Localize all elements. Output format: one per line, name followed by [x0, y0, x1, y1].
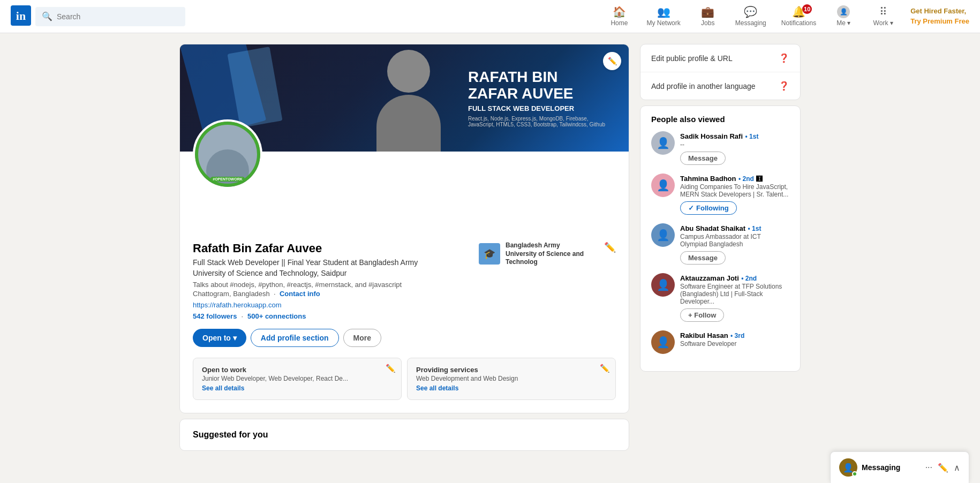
- online-status-indicator: [852, 471, 857, 477]
- network-icon: 👥: [657, 5, 670, 18]
- opentowork-ring: #OPENTOWORK: [195, 122, 260, 187]
- person-degree-sadik: • 1st: [745, 133, 759, 140]
- premium-line2[interactable]: Try Premium Free: [910, 17, 969, 25]
- person-name-aktauzzaman: Aktauzzaman Joti: [680, 274, 739, 282]
- suggested-section-title: Suggested for you: [193, 430, 616, 440]
- edit-public-profile-link[interactable]: Edit public profile & URL ❓: [640, 44, 800, 72]
- work-icon: ⠿: [879, 5, 887, 18]
- messaging-more-button[interactable]: ···: [925, 463, 932, 473]
- banner-title: FULL STACK WEB DEVELOPER: [468, 104, 607, 112]
- add-profile-language-label: Add profile in another language: [651, 82, 756, 90]
- home-icon: 🏠: [613, 5, 626, 18]
- profile-avatar[interactable]: #OPENTOWORK: [193, 119, 262, 189]
- person-item-sadik: 👤 Sadik Hossain Rafi • 1st -- Message: [651, 131, 789, 165]
- edit-public-profile-label: Edit public profile & URL: [651, 54, 733, 63]
- messaging-actions: ··· ✏️ ∧: [925, 463, 960, 473]
- more-button[interactable]: More: [343, 329, 381, 347]
- suggested-section: Suggested for you: [179, 419, 629, 451]
- notification-badge: 10: [802, 4, 812, 14]
- messaging-bar[interactable]: 👤 Messaging ··· ✏️ ∧: [830, 451, 969, 483]
- open-to-work-card-link[interactable]: See all details: [202, 384, 393, 392]
- banner-person-image: [368, 50, 449, 152]
- premium-cta[interactable]: Get Hired Faster, Try Premium Free: [910, 6, 969, 26]
- premium-line1: Get Hired Faster,: [910, 6, 969, 16]
- profile-card: RAFATH BIN ZAFAR AUVEE FULL STACK WEB DE…: [179, 44, 629, 413]
- banner-skills: React.js, Node.js, Express.js, MongoDB, …: [468, 115, 607, 127]
- person-avatar-tahmina: 👤: [651, 173, 675, 197]
- profile-main: RAFATH BIN ZAFAR AUVEE FULL STACK WEB DE…: [179, 44, 629, 451]
- nav-item-messaging[interactable]: 💬 Messaging: [729, 0, 773, 33]
- person-action-button-tahmina[interactable]: ✓ Following: [680, 201, 737, 215]
- profile-info-edit-button[interactable]: ✏️: [604, 242, 616, 253]
- providing-services-card-edit[interactable]: ✏️: [600, 364, 610, 373]
- person-subtext-tahmina: Aiding Companies To Hire JavaScript, MER…: [680, 183, 789, 198]
- person-degree-aktauzzaman: • 2nd: [741, 275, 757, 282]
- search-bar[interactable]: 🔍: [35, 7, 185, 26]
- header: in 🔍 🏠 Home 👥 My Network 💼 Jobs 💬 Messag…: [0, 0, 980, 33]
- person-action-button-abu-shadat[interactable]: Message: [680, 251, 726, 265]
- add-profile-language-link[interactable]: Add profile in another language ❓: [640, 72, 800, 100]
- premium-badge-tahmina: 🅸: [756, 175, 763, 183]
- university-logo: 🎓: [479, 243, 500, 265]
- providing-services-card-title: Providing services: [416, 366, 607, 374]
- person-item-abu-shadat: 👤 Abu Shadat Shaikat • 1st Campus Ambass…: [651, 223, 789, 265]
- open-to-work-card-edit[interactable]: ✏️: [386, 364, 396, 373]
- person-name-abu-shadat: Abu Shadat Shaikat: [680, 224, 745, 232]
- university-logo-icon: 🎓: [484, 248, 495, 260]
- open-to-button[interactable]: Open to ▾: [193, 329, 246, 347]
- nav-item-notifications[interactable]: 🔔 10 Notifications: [775, 0, 823, 33]
- banner-edit-button[interactable]: ✏️: [603, 52, 621, 70]
- open-to-work-card-title: Open to work: [202, 366, 393, 374]
- profile-hashtags: Talks about #nodejs, #python, #reactjs, …: [193, 281, 616, 289]
- profile-actions: Open to ▾ Add profile section More: [193, 329, 616, 347]
- person-degree-rakibul: • 3rd: [730, 332, 744, 339]
- banner-name-line2: ZAFAR AUVEE: [468, 86, 607, 102]
- person-avatar-rakibul: 👤: [651, 330, 675, 354]
- messaging-compose-button[interactable]: ✏️: [938, 463, 948, 473]
- contact-info-link[interactable]: Contact info: [280, 290, 320, 298]
- messaging-collapse-button[interactable]: ∧: [954, 463, 960, 473]
- person-info-aktauzzaman: Aktauzzaman Joti • 2nd Software Engineer…: [680, 273, 789, 322]
- person-action-button-aktauzzaman[interactable]: + Follow: [680, 308, 724, 322]
- svg-text:in: in: [16, 9, 26, 22]
- connections-link[interactable]: 500+ connections: [247, 312, 306, 320]
- edit-public-profile-help-icon: ❓: [779, 53, 789, 63]
- search-input[interactable]: [57, 12, 179, 21]
- profile-headline: Full Stack Web Developer || Final Year S…: [193, 258, 450, 278]
- person-avatar-aktauzzaman: 👤: [651, 273, 675, 297]
- person-avatar-sadik: 👤: [651, 131, 675, 155]
- person-name-rakibul: Rakibul Hasan: [680, 331, 728, 339]
- add-profile-section-button[interactable]: Add profile section: [251, 329, 339, 347]
- sidebar-profile-links-card: Edit public profile & URL ❓ Add profile …: [640, 44, 801, 100]
- person-info-tahmina: Tahmina Badhon • 2nd 🅸 Aiding Companies …: [680, 173, 789, 215]
- nav-item-my-network[interactable]: 👥 My Network: [640, 0, 687, 33]
- banner-text-block: RAFATH BIN ZAFAR AUVEE FULL STACK WEB DE…: [468, 69, 607, 127]
- people-also-viewed-title: People also viewed: [651, 115, 789, 124]
- person-info-abu-shadat: Abu Shadat Shaikat • 1st Campus Ambassad…: [680, 223, 789, 265]
- person-degree-tahmina: • 2nd: [738, 175, 754, 183]
- person-degree-abu-shadat: • 1st: [748, 225, 762, 232]
- person-avatar-abu-shadat: 👤: [651, 223, 675, 247]
- me-avatar: 👤: [837, 5, 850, 18]
- nav-item-work[interactable]: ⠿ Work ▾: [864, 0, 902, 33]
- main-container: RAFATH BIN ZAFAR AUVEE FULL STACK WEB DE…: [169, 44, 811, 451]
- profile-info: ✏️ 🎓 Bangladesh Army University of Scien…: [180, 233, 629, 358]
- university-name: Bangladesh Army University of Science an…: [506, 242, 586, 267]
- person-item-tahmina: 👤 Tahmina Badhon • 2nd 🅸 Aiding Companie…: [651, 173, 789, 215]
- linkedin-logo[interactable]: in: [11, 5, 31, 28]
- followers-link[interactable]: 542 followers: [193, 312, 237, 320]
- providing-services-card-subtitle: Web Development and Web Design: [416, 375, 607, 382]
- education-box: 🎓 Bangladesh Army University of Science …: [479, 242, 586, 267]
- providing-services-card-link[interactable]: See all details: [416, 384, 607, 392]
- person-name-tahmina: Tahmina Badhon: [680, 175, 736, 183]
- profile-url[interactable]: https://rafath.herokuapp.com: [193, 301, 616, 309]
- nav-item-home[interactable]: 🏠 Home: [600, 0, 638, 33]
- person-action-button-sadik[interactable]: Message: [680, 152, 726, 165]
- add-profile-language-help-icon: ❓: [779, 81, 789, 91]
- opentowork-label: #OPENTOWORK: [210, 177, 245, 182]
- nav-item-me[interactable]: 👤 Me ▾: [825, 0, 862, 33]
- people-also-viewed-section: People also viewed 👤 Sadik Hossain Rafi …: [640, 105, 801, 372]
- providing-services-card: ✏️ Providing services Web Development an…: [407, 358, 616, 400]
- person-info-sadik: Sadik Hossain Rafi • 1st -- Message: [680, 131, 789, 165]
- nav-item-jobs[interactable]: 💼 Jobs: [689, 0, 727, 33]
